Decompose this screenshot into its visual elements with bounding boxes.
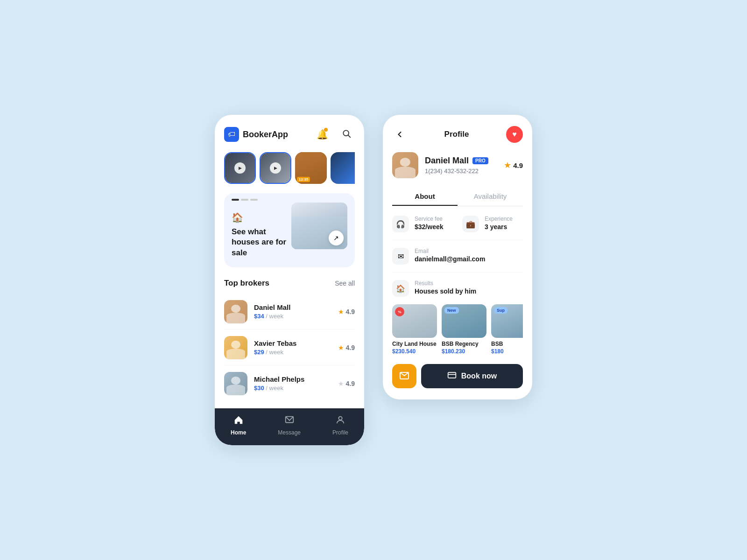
agent-name-row: Daniel Mall PRO	[425, 156, 497, 166]
nav-message[interactable]: Message	[278, 415, 301, 436]
sup-badge-3: Sup	[494, 307, 507, 314]
home-nav-icon	[233, 415, 244, 427]
star-icon-2: ★	[338, 344, 344, 351]
search-icon	[342, 129, 351, 140]
nav-profile[interactable]: Profile	[332, 415, 348, 436]
star-icon-3: ★	[338, 380, 344, 387]
message-nav-icon	[284, 415, 295, 427]
sale-badge-1: %	[395, 307, 404, 316]
search-button[interactable]	[338, 126, 355, 143]
house-thumb-3: Sup	[491, 304, 523, 338]
broker-item-1[interactable]: Daniel Mall $34 / week ★ 4.9	[224, 294, 355, 329]
agent-avatar	[392, 152, 418, 178]
agent-rating: ★ 4.9	[504, 160, 523, 170]
card-icon	[447, 371, 457, 382]
rating-num-2: 4.9	[346, 344, 355, 351]
pro-badge: PRO	[472, 157, 488, 164]
story-item-3[interactable]: 12:35	[295, 152, 327, 184]
brokers-title: Top brokers	[224, 279, 269, 288]
broker-item-2[interactable]: Xavier Tebas $29 / week ★ 4.9	[224, 330, 355, 365]
app-name: BookerApp	[243, 130, 288, 140]
price-period-2: / week	[266, 349, 283, 356]
banner-card[interactable]: 🏠 See what houses are for sale ↗	[224, 193, 355, 267]
broker-price-2: $29 / week	[254, 349, 338, 356]
banner-dots	[232, 199, 258, 201]
back-button[interactable]	[392, 127, 407, 142]
stories-row: ▶ ▶ 12:35	[224, 152, 355, 184]
agent-info: Daniel Mall PRO 1(234) 432-532-222 ★ 4.9	[392, 152, 523, 178]
headset-icon: 🎧	[392, 216, 409, 232]
house-card-1[interactable]: % City Land House $230.540	[392, 304, 437, 355]
agent-name: Daniel Mall	[425, 156, 469, 166]
favorite-button[interactable]: ♥	[506, 126, 523, 143]
broker-avatar-2	[224, 336, 247, 359]
app-logo: 🏷 BookerApp	[224, 127, 288, 142]
broker-avatar-3	[224, 372, 247, 395]
broker-name-3: Michael Phelps	[254, 375, 338, 383]
tab-about[interactable]: About	[392, 188, 458, 206]
broker-price-1: $34 / week	[254, 313, 338, 320]
house-results-icon: 🏠	[392, 280, 409, 297]
divider-2	[392, 272, 523, 273]
nav-home-label: Home	[231, 429, 246, 436]
story-item-1[interactable]: ▶	[224, 152, 256, 184]
tab-availability[interactable]: Availability	[458, 188, 523, 206]
rating-star-icon: ★	[504, 160, 511, 170]
bottom-nav: Home Message Profile	[215, 408, 364, 445]
house-price-3: $180	[491, 348, 523, 355]
book-now-button[interactable]: Book now	[421, 364, 523, 388]
profile-tabs: About Availability	[392, 188, 523, 206]
profile-page-title: Profile	[444, 130, 469, 139]
service-fee-info: Service fee $32/week	[415, 216, 444, 231]
divider-1	[392, 240, 523, 240]
book-now-label: Book now	[461, 372, 497, 380]
house-card-2[interactable]: New BSB Regency $180.230	[442, 304, 486, 355]
story-item-4[interactable]	[331, 152, 355, 184]
play-icon: ▶	[270, 162, 281, 174]
price-amount-3: $30	[254, 385, 264, 392]
experience-label: Experience	[485, 216, 513, 222]
broker-list: Daniel Mall $34 / week ★ 4.9	[224, 294, 355, 401]
agent-details: Daniel Mall PRO 1(234) 432-532-222	[425, 156, 497, 175]
price-amount-2: $29	[254, 349, 264, 356]
service-fee-label: Service fee	[415, 216, 444, 222]
star-icon-1: ★	[338, 308, 344, 315]
house-name-2: BSB Regency	[442, 341, 486, 347]
house-price-1: $230.540	[392, 348, 437, 355]
story-item-2[interactable]: ▶	[260, 152, 291, 184]
house-name-1: City Land House	[392, 341, 437, 347]
house-card-3[interactable]: Sup BSB $180	[491, 304, 523, 355]
app-header: 🏷 BookerApp 🔔	[224, 126, 355, 143]
notification-button[interactable]: 🔔	[314, 126, 331, 143]
rating-num-1: 4.9	[346, 308, 355, 315]
broker-info-1: Daniel Mall $34 / week	[254, 303, 338, 320]
chat-button[interactable]	[392, 364, 416, 388]
house-thumb-2: New	[442, 304, 486, 338]
play-icon: ▶	[234, 162, 246, 174]
results-row: 🏠 Results Houses sold by him	[392, 280, 523, 297]
new-badge-2: New	[444, 307, 459, 314]
profile-header: Profile ♥	[392, 126, 523, 143]
time-badge: 12:35	[297, 177, 310, 182]
service-fee-item: 🎧 Service fee $32/week	[392, 216, 453, 232]
banner-image: ↗	[291, 203, 347, 249]
price-period-1: / week	[266, 313, 283, 320]
houses-row: % City Land House $230.540 New BSB Regen…	[392, 304, 523, 355]
broker-avatar-1	[224, 300, 247, 323]
dot-active	[232, 199, 239, 201]
broker-item-3[interactable]: Michael Phelps $30 / week ★ 4.9	[224, 366, 355, 401]
header-icons: 🔔	[314, 126, 355, 143]
broker-name-2: Xavier Tebas	[254, 339, 338, 347]
house-name-3: BSB	[491, 341, 523, 347]
nav-home[interactable]: Home	[231, 415, 246, 436]
house-price-2: $180.230	[442, 348, 486, 355]
house-icon: 🏠	[232, 212, 291, 223]
broker-rating-3: ★ 4.9	[338, 380, 355, 387]
bottom-actions: Book now	[383, 364, 532, 399]
broker-price-3: $30 / week	[254, 385, 338, 392]
see-all-button[interactable]: See all	[335, 280, 355, 287]
nav-message-label: Message	[278, 429, 301, 436]
info-row-1: 🎧 Service fee $32/week 💼 Experience 3 ye…	[392, 216, 523, 232]
email-value: danielmall@gmail.com	[415, 255, 485, 263]
profile-nav-icon	[335, 415, 345, 427]
